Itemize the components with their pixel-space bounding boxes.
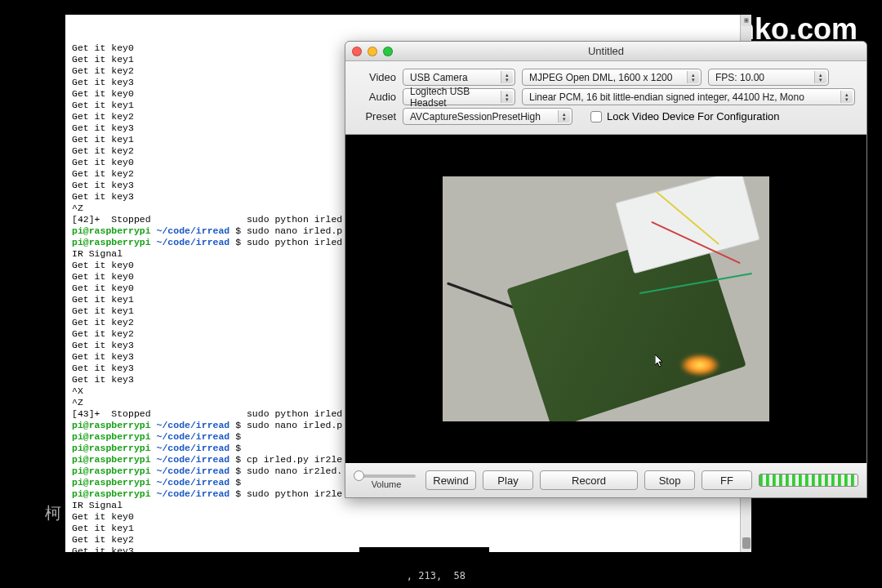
video-feed (443, 176, 769, 421)
audio-label: Audio (357, 91, 396, 103)
rewind-button[interactable]: Rewind (425, 470, 476, 490)
capture-window: Untitled Video USB Camera▴▾ MJPEG Open D… (345, 41, 867, 498)
bg-line-1: , 213, 58 (359, 570, 489, 581)
volume-thumb[interactable] (354, 470, 364, 481)
ff-button[interactable]: FF (702, 470, 752, 490)
watermark-left: 柯 (45, 502, 61, 524)
scroll-thumb[interactable] (742, 537, 751, 549)
scroll-up-icon[interactable]: ▣ (741, 15, 751, 26)
zoom-icon[interactable] (383, 47, 393, 56)
video-format-select[interactable]: MJPEG Open DML, 1600 x 1200▴▾ (522, 69, 702, 86)
video-label: Video (357, 71, 396, 83)
raspberry-pi-board (506, 226, 746, 421)
record-button[interactable]: Record (540, 470, 638, 490)
transport-bar: Volume Rewind Play Record Stop FF (345, 463, 866, 497)
preset-select[interactable]: AVCaptureSessionPresetHigh▴▾ (403, 108, 572, 125)
terminal-line: IR Signal (72, 500, 745, 511)
window-title: Untitled (588, 45, 624, 57)
control-panel: Video USB Camera▴▾ MJPEG Open DML, 1600 … (345, 61, 866, 135)
audio-format-select[interactable]: Linear PCM, 16 bit little-endian signed … (522, 88, 855, 105)
lock-device-label: Lock Video Device For Configuration (607, 110, 780, 122)
play-button[interactable]: Play (483, 470, 533, 490)
terminal-line: Get it key1 (72, 523, 745, 534)
video-device-select[interactable]: USB Camera▴▾ (403, 69, 515, 86)
audio-device-select[interactable]: Logitech USB Headset▴▾ (403, 88, 515, 105)
preset-label: Preset (357, 110, 396, 122)
titlebar[interactable]: Untitled (345, 42, 866, 61)
stop-button[interactable]: Stop (644, 470, 695, 490)
terminal-line: Get it key0 (72, 511, 745, 523)
terminal-line: Get it key2 (72, 534, 745, 546)
close-icon[interactable] (352, 47, 362, 56)
fps-select[interactable]: FPS: 10.00▴▾ (708, 69, 829, 86)
breadboard (615, 176, 760, 274)
audio-level-meter (759, 474, 858, 487)
video-preview-area (345, 135, 866, 463)
lock-device-checkbox[interactable] (590, 111, 602, 122)
minimize-icon[interactable] (368, 47, 377, 56)
led-glow (679, 354, 720, 376)
volume-label: Volume (372, 479, 402, 489)
volume-slider[interactable] (357, 474, 416, 478)
background-terminal: , 213, 58 ,10537172, 57 (359, 547, 489, 588)
